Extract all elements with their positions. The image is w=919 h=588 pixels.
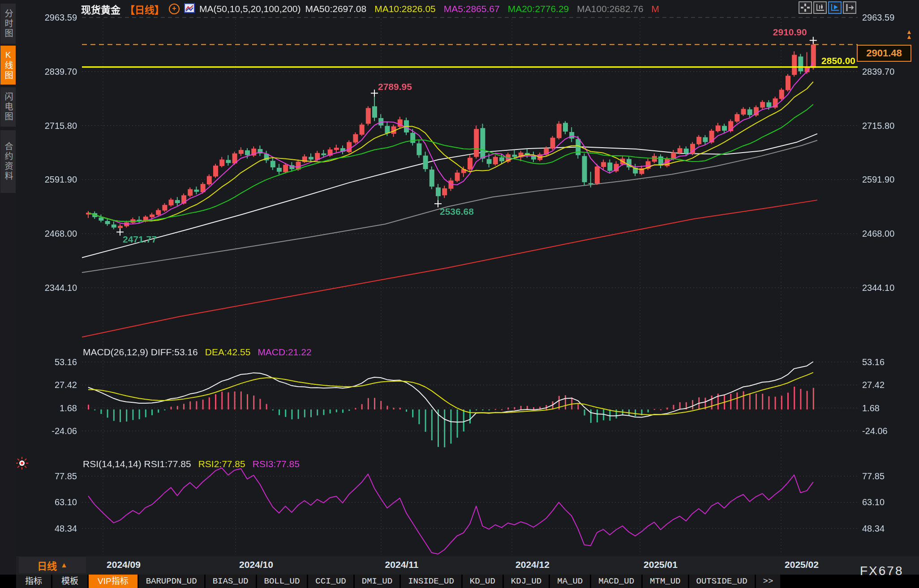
price-tick-right: 2839.70: [862, 66, 919, 77]
rsi-tick-right: 63.10: [862, 497, 919, 507]
tab-dmi-ud[interactable]: DMI_UD: [355, 575, 399, 588]
arrow-up-icon: ▲: [906, 33, 912, 40]
ma-value-3: MA20:2776.29: [508, 4, 569, 14]
price-tick-left: 2591.90: [9, 174, 77, 185]
period-selector-label: 日线: [37, 558, 57, 572]
rsi-segment-0: RSI(14,14,14) RSI1:77.85: [83, 459, 191, 469]
price-tick-left: 2468.00: [9, 228, 77, 239]
sidebar-item-1[interactable]: K线图: [0, 46, 16, 85]
last-price-tag: 2901.48: [857, 45, 911, 62]
date-label-2: 2024/11: [385, 559, 419, 570]
ma-value-5: M: [652, 4, 660, 14]
price-tick-left: 2344.10: [9, 282, 77, 293]
tab-指标[interactable]: 指标: [16, 575, 51, 588]
macd-tick-right: 1.68: [862, 403, 919, 413]
sidebar-item-0[interactable]: 分时图: [0, 4, 16, 44]
sidebar-item-3[interactable]: 合约资料: [0, 130, 16, 193]
rsi-tick-right: 48.34: [862, 523, 919, 534]
ma-value-2: MA5:2865.67: [444, 4, 500, 14]
sidebar-item-2[interactable]: 闪电图: [0, 87, 16, 127]
target-circle-icon[interactable]: +: [169, 4, 180, 14]
ma-settings-label: MA(50,10,5,20,100,200): [199, 4, 301, 14]
tab-kdj-ud[interactable]: KDJ_UD: [504, 575, 549, 588]
rsi-tick-right: 77.85: [862, 471, 919, 481]
date-label-4: 2025/01: [644, 559, 678, 570]
macd-tick-right: 27.42: [862, 379, 919, 390]
rsi-tick-left: 77.85: [9, 471, 77, 481]
price-tick-right: 2715.80: [862, 120, 919, 131]
date-label-5: 2025/02: [785, 559, 819, 570]
chart-canvas[interactable]: [0, 0, 919, 556]
tab--[interactable]: >>: [756, 575, 781, 588]
macd-segment-0: MACD(26,12,9) DIFF:53.16: [83, 347, 198, 358]
low-annotation-2: 2536.68: [440, 206, 474, 217]
macd-tick-left: 53.16: [9, 357, 77, 367]
macd-tick-left: 1.68: [9, 403, 77, 413]
price-up-arrows-icon: ▲▲: [906, 30, 912, 39]
tab-ma-ud[interactable]: MA_UD: [550, 575, 590, 588]
low-annotation-0: 2471.77: [123, 234, 157, 245]
kline-app: 分时图K线图闪电图合约资料 现货黄金 【日线】 + MA(50,10,5,20,…: [0, 0, 919, 588]
watermark: FX678: [860, 564, 904, 578]
date-label-1: 2024/10: [239, 559, 273, 570]
time-axis: 日线 ▲ 2024/092024/102024/112024/122025/01…: [16, 556, 919, 575]
rsi-tick-left: 63.10: [9, 497, 77, 507]
tab-barupdn-ud[interactable]: BARUPDN_UD: [139, 575, 204, 588]
tab-macd-ud[interactable]: MACD_UD: [591, 575, 641, 588]
price-tick-right: 2963.59: [862, 12, 919, 23]
period-selector-button[interactable]: 日线 ▲: [19, 557, 86, 573]
indicator-tabbar: 指标模板VIP指标BARUPDN_UDBIAS_UDBOLL_UDCCI_UDD…: [0, 575, 919, 588]
macd-tick-right: 53.16: [862, 357, 919, 367]
date-label-3: 2024/12: [515, 559, 550, 570]
price-tick-right: 2468.00: [862, 228, 919, 239]
exit-right-icon[interactable]: [843, 1, 856, 14]
price-tick-left: 2839.70: [9, 66, 77, 77]
tab-模板[interactable]: 模板: [52, 575, 87, 588]
macd-segment-1: DEA:42.55: [205, 347, 251, 358]
tab-outside-ud[interactable]: OUTSIDE_UD: [689, 575, 755, 588]
level-price-label: 2850.00: [814, 55, 855, 66]
macd-title: MACD(26,12,9) DIFF:53.16DEA:42.55MACD:21…: [83, 347, 312, 358]
tab-mtm-ud[interactable]: MTM_UD: [643, 575, 687, 588]
price-tick-left: 2715.80: [9, 120, 77, 131]
macd-segment-2: MACD:21.22: [258, 347, 311, 358]
price-tick-right: 2591.90: [862, 174, 919, 185]
sidebar: 分时图K线图闪电图合约资料: [0, 0, 16, 575]
tab-vip指标[interactable]: VIP指标: [89, 575, 137, 588]
tab-cci-ud[interactable]: CCI_UD: [308, 575, 353, 588]
ma-values: MA50:2697.08MA10:2826.05MA5:2865.67MA20:…: [305, 4, 660, 14]
ma-value-0: MA50:2697.08: [305, 4, 367, 14]
macd-tick-right: -24.06: [862, 426, 919, 436]
period-tag[interactable]: 【日线】: [125, 2, 164, 16]
high-annotation-1: 2789.95: [378, 81, 412, 92]
high-annotation-3: 2910.90: [773, 27, 807, 38]
axis-scale-icon[interactable]: [813, 1, 827, 14]
chart-header: 现货黄金 【日线】 + MA(50,10,5,20,100,200) MA50:…: [81, 3, 659, 15]
price-tick-left: 2963.59: [9, 12, 77, 23]
ma-value-1: MA10:2826.05: [374, 4, 436, 14]
date-label-0: 2024/09: [107, 559, 141, 570]
axis-play-icon[interactable]: [828, 1, 842, 14]
rsi-segment-1: RSI2:77.85: [198, 459, 245, 469]
rsi-segment-2: RSI3:77.85: [253, 459, 300, 469]
ma-value-4: MA100:2682.76: [577, 4, 643, 14]
sun-marker-icon: [15, 456, 29, 472]
rsi-tick-left: 48.34: [9, 523, 77, 534]
symbol-title: 现货黄金: [81, 2, 120, 16]
tab-inside-ud[interactable]: INSIDE_UD: [401, 575, 461, 588]
macd-tick-left: 27.42: [9, 379, 77, 390]
price-tick-right: 2344.10: [862, 282, 919, 293]
macd-tick-left: -24.06: [9, 426, 77, 436]
rsi-title: RSI(14,14,14) RSI1:77.85RSI2:77.85RSI3:7…: [83, 459, 300, 469]
tab-kd-ud[interactable]: KD_UD: [463, 575, 502, 588]
move-cross-icon[interactable]: [799, 1, 812, 14]
chart-toolbar: [799, 1, 856, 14]
indicator-tabs: 指标模板VIP指标BARUPDN_UDBIAS_UDBOLL_UDCCI_UDD…: [16, 575, 780, 588]
tab-bias-ud[interactable]: BIAS_UD: [206, 575, 256, 588]
chart-type-icon[interactable]: [184, 3, 195, 15]
triangle-up-icon: ▲: [60, 561, 68, 569]
tab-boll-ud[interactable]: BOLL_UD: [257, 575, 307, 588]
